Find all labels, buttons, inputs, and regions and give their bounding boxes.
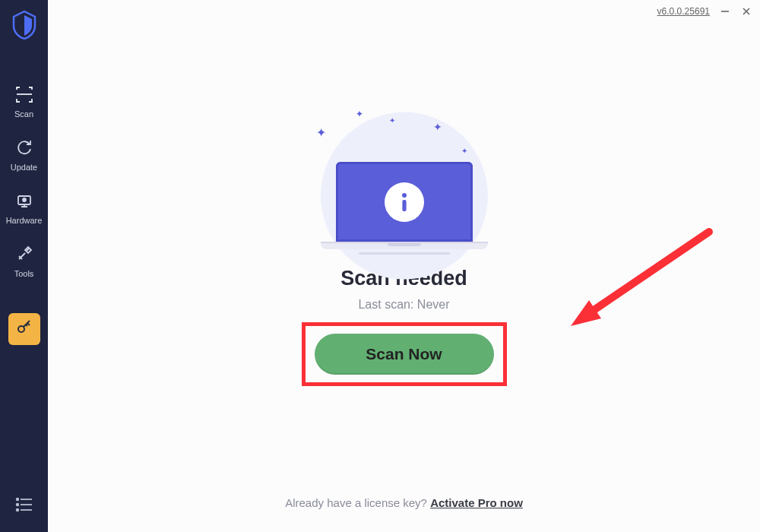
activate-pro-link[interactable]: Activate Pro now: [430, 496, 523, 509]
svg-rect-14: [402, 200, 406, 211]
activate-key-button[interactable]: [8, 313, 40, 345]
version-link[interactable]: v6.0.0.25691: [657, 6, 710, 17]
laptop-base: [321, 242, 488, 249]
update-icon: [14, 137, 35, 158]
hardware-icon: [14, 190, 35, 211]
scan-now-button[interactable]: Scan Now: [315, 334, 494, 375]
laptop-graphic: [336, 162, 473, 255]
close-button[interactable]: [740, 5, 752, 17]
svg-point-8: [16, 509, 18, 511]
sparkle-icon: ✦: [356, 109, 363, 119]
titlebar: v6.0.0.25691: [657, 0, 760, 20]
sidebar-item-tools[interactable]: Tools: [0, 236, 48, 289]
svg-point-13: [402, 193, 407, 198]
last-scan-text: Last scan: Never: [358, 298, 449, 312]
sidebar-item-update[interactable]: Update: [0, 129, 48, 182]
laptop-screen: [336, 162, 473, 242]
svg-marker-16: [571, 300, 601, 326]
svg-point-2: [23, 198, 26, 201]
main-panel: v6.0.0.25691 ✦ ✦ ✦ ✦ ✦: [48, 0, 760, 532]
svg-point-6: [16, 504, 18, 506]
sidebar: Scan Update Hardware: [0, 0, 48, 532]
sidebar-item-label: Hardware: [6, 216, 43, 225]
svg-line-15: [586, 232, 709, 315]
app-logo: [11, 11, 37, 40]
sparkle-icon: ✦: [433, 121, 442, 133]
footer-prompt: Already have a license key?: [285, 496, 430, 509]
sparkle-icon: ✦: [389, 116, 395, 125]
sidebar-item-scan[interactable]: Scan: [0, 76, 48, 129]
annotation-highlight-box: Scan Now: [302, 322, 507, 386]
sidebar-menu-button[interactable]: [0, 497, 48, 515]
app-root: Scan Update Hardware: [0, 0, 760, 532]
tools-icon: [14, 243, 35, 264]
sparkle-icon: ✦: [316, 125, 326, 140]
minimize-button[interactable]: [719, 5, 731, 17]
sidebar-item-hardware[interactable]: Hardware: [0, 182, 48, 236]
sidebar-item-label: Scan: [14, 109, 33, 119]
info-icon: [385, 182, 424, 222]
menu-list-icon: [15, 497, 33, 515]
laptop-shadow: [359, 252, 450, 255]
annotation-arrow: [557, 226, 717, 332]
sidebar-item-label: Update: [11, 163, 37, 172]
sparkle-icon: ✦: [461, 147, 467, 155]
key-icon: [15, 318, 33, 340]
svg-point-3: [18, 326, 24, 332]
hero-illustration: ✦ ✦ ✦ ✦ ✦: [306, 110, 503, 255]
footer: Already have a license key? Activate Pro…: [48, 496, 760, 509]
scan-icon: [14, 84, 35, 105]
sidebar-item-label: Tools: [14, 269, 34, 278]
svg-point-4: [16, 499, 18, 501]
